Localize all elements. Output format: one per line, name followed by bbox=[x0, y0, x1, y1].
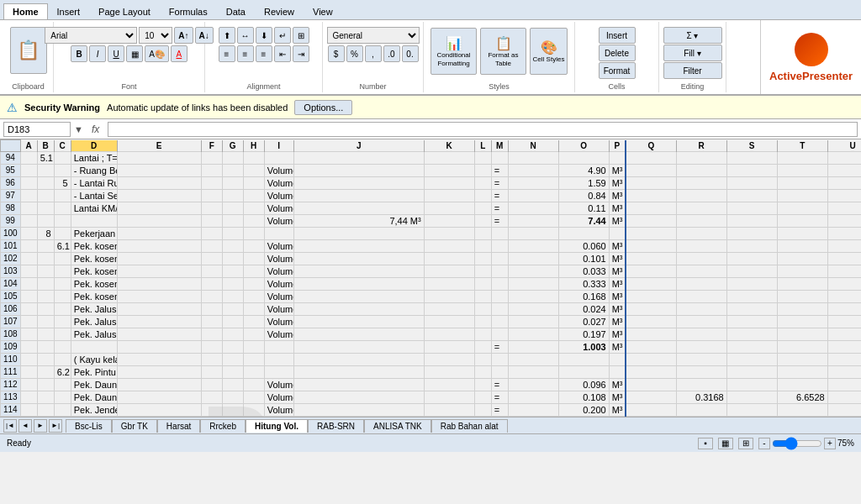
col-header-h[interactable]: H bbox=[243, 140, 264, 152]
cell-98-8[interactable]: Volume = (1,5-0,12)*(1,25-0,12)*0,07 bbox=[264, 202, 293, 214]
cell-103-3[interactable]: Pek. kosen Pintu VC(1x1,3) 1 unit bbox=[71, 265, 117, 277]
cell-110-19[interactable] bbox=[777, 353, 827, 365]
cell-108-0[interactable] bbox=[20, 328, 37, 340]
cell-95-18[interactable] bbox=[726, 164, 777, 176]
cell-97-7[interactable] bbox=[243, 189, 264, 202]
cell-96-1[interactable] bbox=[37, 176, 54, 189]
cell-104-5[interactable] bbox=[201, 277, 222, 290]
cell-110-1[interactable] bbox=[37, 353, 54, 365]
cell-108-19[interactable] bbox=[777, 328, 827, 340]
cell-94-8[interactable] bbox=[264, 151, 293, 164]
page-layout-view-button[interactable]: ▦ bbox=[718, 438, 733, 449]
cell-103-8[interactable]: Volume = {{{1,3*2}+(0,8*1)}*0,06}*0,12*1 bbox=[264, 265, 293, 277]
col-header-i[interactable]: I bbox=[264, 140, 293, 152]
cell-104-7[interactable] bbox=[243, 277, 264, 290]
cell-109-17[interactable] bbox=[676, 340, 726, 353]
cell-115-14[interactable]: 0.404 bbox=[558, 416, 609, 417]
cell-112-4[interactable] bbox=[117, 378, 201, 391]
cell-102-8[interactable]: Volume = {{{2,4*2}+(1,10*2)}*0,06}*0,12*… bbox=[264, 252, 293, 265]
normal-view-button[interactable]: ▪ bbox=[698, 438, 713, 449]
cell-115-11[interactable] bbox=[474, 416, 491, 417]
sheet-tab-rabbahanalat[interactable]: Rab Bahan alat bbox=[431, 419, 508, 433]
cell-99-0[interactable] bbox=[20, 214, 37, 227]
cell-97-9[interactable] bbox=[293, 189, 424, 202]
cell-112-10[interactable] bbox=[424, 378, 474, 391]
next-sheet-button[interactable]: ► bbox=[34, 419, 47, 433]
cell-96-10[interactable] bbox=[424, 176, 474, 189]
cell-115-7[interactable] bbox=[243, 416, 264, 417]
cell-94-12[interactable] bbox=[491, 151, 508, 164]
cell-104-8[interactable]: Volume = {{1,4*3}+(1,2*3)}*0,06}*0,12}*7 bbox=[264, 277, 293, 290]
cell-94-16[interactable] bbox=[626, 151, 676, 164]
cell-109-11[interactable] bbox=[474, 340, 491, 353]
cell-107-15[interactable]: M³ bbox=[609, 315, 626, 328]
cell-109-14[interactable]: 1.003 bbox=[558, 340, 609, 353]
cell-107-18[interactable] bbox=[726, 315, 777, 328]
row-header-108[interactable]: 108 bbox=[1, 328, 21, 340]
cell-111-0[interactable] bbox=[20, 365, 37, 378]
col-header-e[interactable]: E bbox=[117, 140, 201, 152]
cell-98-12[interactable]: = bbox=[491, 202, 508, 214]
cell-99-1[interactable] bbox=[37, 214, 54, 227]
cell-98-10[interactable] bbox=[424, 202, 474, 214]
cell-101-5[interactable] bbox=[201, 239, 222, 252]
tab-view[interactable]: View bbox=[304, 3, 342, 19]
cell-114-14[interactable]: 0.200 bbox=[558, 403, 609, 416]
cell-112-14[interactable]: 0.096 bbox=[558, 378, 609, 391]
cell-97-2[interactable] bbox=[54, 189, 71, 202]
cell-109-4[interactable] bbox=[117, 340, 201, 353]
cell-95-15[interactable]: M³ bbox=[609, 164, 626, 176]
cell-106-0[interactable] bbox=[20, 302, 37, 315]
cell-99-15[interactable]: M³ bbox=[609, 214, 626, 227]
cell-105-3[interactable]: Pek. kosen Jendela (0,5x1,40) 2 unit bbox=[71, 290, 117, 302]
cell-109-12[interactable]: = bbox=[491, 340, 508, 353]
cell-110-16[interactable] bbox=[626, 353, 676, 365]
cell-113-14[interactable]: 0.108 bbox=[558, 391, 609, 403]
cell-94-20[interactable] bbox=[827, 151, 861, 164]
cell-95-6[interactable] bbox=[222, 164, 243, 176]
cell-102-1[interactable] bbox=[37, 252, 54, 265]
cell-100-18[interactable] bbox=[726, 227, 777, 239]
cell-104-0[interactable] bbox=[20, 277, 37, 290]
cell-112-17[interactable] bbox=[676, 378, 726, 391]
cell-109-0[interactable] bbox=[20, 340, 37, 353]
cell-114-20[interactable] bbox=[827, 403, 861, 416]
cell-109-2[interactable] bbox=[54, 340, 71, 353]
cell-111-19[interactable] bbox=[777, 365, 827, 378]
cell-110-5[interactable] bbox=[201, 353, 222, 365]
col-header-g[interactable]: G bbox=[222, 140, 243, 152]
cell-105-0[interactable] bbox=[20, 290, 37, 302]
cell-111-20[interactable] bbox=[827, 365, 861, 378]
cell-100-14[interactable] bbox=[558, 227, 609, 239]
cell-100-15[interactable] bbox=[609, 227, 626, 239]
cell-107-10[interactable] bbox=[424, 315, 474, 328]
cell-100-19[interactable] bbox=[777, 227, 827, 239]
tab-home[interactable]: Home bbox=[3, 3, 48, 19]
cell-96-5[interactable] bbox=[201, 176, 222, 189]
cell-113-10[interactable] bbox=[424, 391, 474, 403]
cell-styles-button[interactable]: 🎨 Cell Styles bbox=[530, 28, 568, 75]
cell-94-7[interactable] bbox=[243, 151, 264, 164]
cell-105-14[interactable]: 0.168 bbox=[558, 290, 609, 302]
cell-111-6[interactable] bbox=[222, 365, 243, 378]
cell-104-11[interactable] bbox=[474, 277, 491, 290]
cell-97-17[interactable] bbox=[676, 189, 726, 202]
cell-99-12[interactable]: = bbox=[491, 214, 508, 227]
cell-98-16[interactable] bbox=[626, 202, 676, 214]
cell-102-19[interactable] bbox=[777, 252, 827, 265]
cell-114-3[interactable]: Pek. Jendela (0,6X0,86), 21 bh bbox=[71, 403, 117, 416]
merge-button[interactable]: ⊞ bbox=[293, 27, 309, 44]
cell-98-7[interactable] bbox=[243, 202, 264, 214]
cell-107-1[interactable] bbox=[37, 315, 54, 328]
col-header-k[interactable]: K bbox=[424, 140, 474, 152]
cell-113-0[interactable] bbox=[20, 391, 37, 403]
cell-105-16[interactable] bbox=[626, 290, 676, 302]
cell-104-10[interactable] bbox=[424, 277, 474, 290]
cell-106-14[interactable]: 0.024 bbox=[558, 302, 609, 315]
cell-106-3[interactable]: Pek. Jalus Pintu 2 buah bbox=[71, 302, 117, 315]
cell-95-12[interactable]: = bbox=[491, 164, 508, 176]
cell-95-8[interactable]: Volume = (8-0,12)*(9-0,12)*0,07 bbox=[264, 164, 293, 176]
cell-109-18[interactable] bbox=[726, 340, 777, 353]
row-header-100[interactable]: 100 bbox=[1, 227, 21, 239]
col-header-f[interactable]: F bbox=[201, 140, 222, 152]
